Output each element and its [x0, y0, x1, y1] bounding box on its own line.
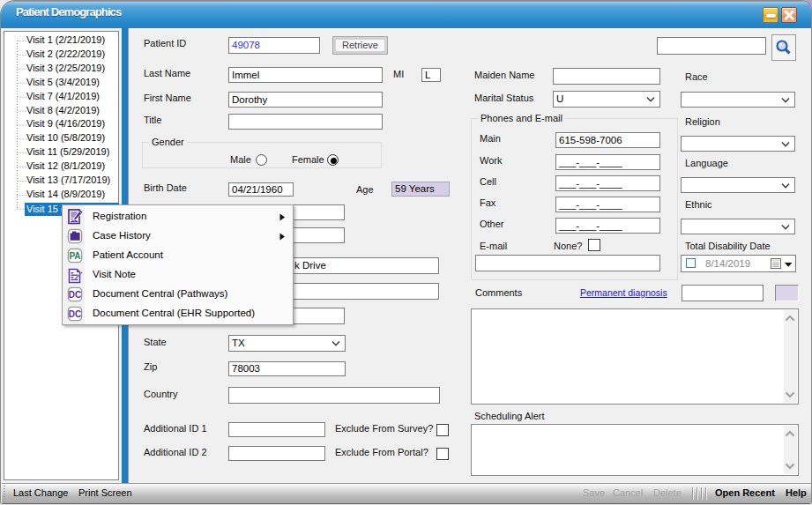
- svg-text:PA: PA: [69, 251, 80, 261]
- svg-text:DC: DC: [69, 309, 81, 319]
- svg-text:DC: DC: [69, 290, 81, 300]
